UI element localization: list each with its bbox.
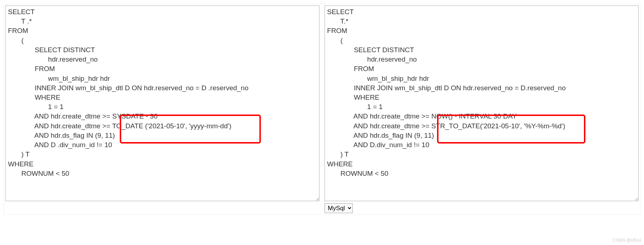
left-code: SELECT T .* FROM ( SELECT DISTINCT hdr.r… [8,7,317,178]
right-code-box[interactable]: SELECT T.* FROM ( SELECT DISTINCT hdr.re… [325,5,639,201]
left-code-box[interactable]: SELECT T .* FROM ( SELECT DISTINCT hdr.r… [5,5,319,201]
db-select[interactable]: MySql [325,203,353,213]
container: SELECT T .* FROM ( SELECT DISTINCT hdr.r… [4,4,640,215]
left-column: SELECT T .* FROM ( SELECT DISTINCT hdr.r… [5,5,319,213]
right-code: SELECT T.* FROM ( SELECT DISTINCT hdr.re… [327,7,636,178]
right-column: SELECT T.* FROM ( SELECT DISTINCT hdr.re… [325,5,639,213]
